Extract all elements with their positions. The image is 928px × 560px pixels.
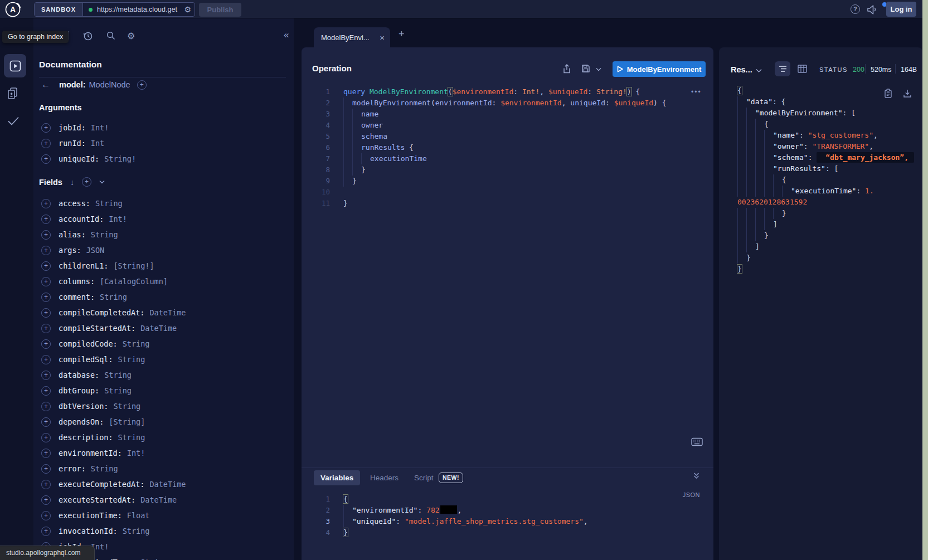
add-field-plus-icon[interactable]: + [41, 402, 51, 411]
field-name[interactable]: childrenL1 [59, 261, 108, 270]
response-json-viewer[interactable]: {"data": {"modelByEnvironment": [{"name"… [719, 85, 922, 275]
tab-script[interactable]: Script [414, 470, 434, 485]
publish-button[interactable]: Publish [199, 3, 241, 17]
operation-tab[interactable]: ModelByEnvi... × [314, 27, 390, 47]
field-row[interactable]: + dbtGroup String [33, 383, 294, 398]
field-row[interactable]: + description String [33, 430, 294, 445]
field-type[interactable]: String [104, 371, 132, 379]
add-all-fields-plus-icon[interactable]: + [82, 177, 91, 187]
field-type[interactable]: String [113, 402, 140, 411]
help-icon[interactable]: ? [851, 4, 860, 14]
add-field-plus-icon[interactable]: + [41, 417, 51, 427]
field-name[interactable]: alias [59, 230, 86, 239]
field-name[interactable]: accountId [59, 215, 104, 223]
add-field-plus-icon[interactable]: + [41, 199, 51, 208]
field-name[interactable]: compiledSql [59, 355, 113, 364]
variables-json-editor[interactable]: 1{2"environmentId": 782,3"uniqueId": "mo… [302, 494, 711, 538]
tab-headers[interactable]: Headers [370, 470, 399, 485]
argument-row[interactable]: + runId Int [33, 135, 294, 151]
field-name[interactable]: executeCompletedAt [59, 480, 144, 489]
argument-row[interactable]: + jobId Int! [33, 120, 294, 135]
field-row[interactable]: + compiledCode String [33, 336, 294, 352]
tab-variables[interactable]: Variables [314, 470, 360, 485]
graphql-query-editor[interactable]: 1query ModelByEnvironment($environmentId… [302, 86, 711, 209]
field-type[interactable]: String [100, 293, 127, 301]
close-tab-icon[interactable]: × [380, 33, 385, 42]
login-button[interactable]: Log in [886, 2, 916, 17]
field-name[interactable]: executionTime [59, 511, 122, 520]
endpoint-settings-gear-icon[interactable]: ⚙ [184, 6, 191, 13]
field-row[interactable]: + comment String [33, 289, 294, 305]
announcements-megaphone-icon[interactable] [866, 4, 878, 15]
field-type[interactable]: String [91, 230, 118, 239]
endpoint-box[interactable]: SANDBOX https://metadata.cloud.get ⚙ [34, 2, 195, 17]
field-row[interactable]: + dbtVersion String [33, 398, 294, 414]
field-type[interactable]: String [118, 355, 145, 364]
field-row[interactable]: + database String [33, 367, 294, 383]
endpoint-url[interactable]: https://metadata.cloud.get [97, 6, 183, 13]
field-type[interactable]: String [123, 339, 150, 348]
field-name[interactable]: dbtGroup [59, 386, 99, 395]
field-type[interactable]: Int! [127, 449, 145, 457]
field-row[interactable]: + args JSON [33, 242, 294, 258]
field-name[interactable]: invocationId [59, 527, 118, 535]
field-type[interactable]: DateTime [149, 308, 186, 317]
response-chevron-down-icon[interactable] [756, 69, 762, 73]
field-type[interactable]: String [95, 199, 123, 208]
response-panel-title[interactable]: Res... [731, 65, 752, 74]
argument-type[interactable]: String! [104, 154, 136, 163]
add-field-plus-icon[interactable]: + [41, 355, 51, 364]
add-field-plus-icon[interactable]: + [41, 464, 51, 474]
add-type-plus-icon[interactable]: + [137, 80, 147, 90]
field-row[interactable]: + executeCompletedAt DateTime [33, 476, 294, 492]
add-field-plus-icon[interactable]: + [41, 123, 51, 133]
argument-type[interactable]: Int [91, 139, 104, 148]
field-type[interactable]: Int! [109, 215, 127, 223]
keyboard-shortcuts-icon[interactable] [691, 437, 703, 446]
field-row[interactable]: + executionTime Float [33, 508, 294, 523]
add-field-plus-icon[interactable]: + [41, 293, 51, 302]
add-field-plus-icon[interactable]: + [41, 527, 51, 536]
collapse-variables-double-chevron-icon[interactable] [693, 472, 700, 479]
field-name[interactable]: args [59, 246, 81, 255]
field-type[interactable]: DateTime [140, 324, 177, 333]
field-type[interactable]: Float [127, 511, 150, 520]
add-field-plus-icon[interactable]: + [41, 495, 51, 505]
field-type[interactable]: [String!] [113, 261, 154, 270]
add-field-plus-icon[interactable]: + [41, 480, 51, 489]
back-arrow-icon[interactable]: ← [41, 80, 55, 90]
field-row[interactable]: + columns [CatalogColumn] [33, 274, 294, 289]
field-row[interactable]: + environmentId Int! [33, 445, 294, 461]
field-name[interactable]: executeStartedAt [59, 495, 135, 504]
field-row[interactable]: + compileCompletedAt DateTime [33, 305, 294, 320]
add-field-plus-icon[interactable]: + [41, 230, 51, 240]
field-type[interactable]: DateTime [149, 480, 186, 489]
add-field-plus-icon[interactable]: + [41, 277, 51, 286]
field-name[interactable]: compileStartedAt [59, 324, 135, 333]
field-type[interactable]: String [118, 433, 145, 442]
schema-diff-nav-item[interactable] [7, 87, 19, 100]
field-row[interactable]: + compileStartedAt DateTime [33, 320, 294, 336]
field-type[interactable]: String [91, 464, 118, 473]
share-icon[interactable] [562, 64, 571, 74]
save-chevron-down-icon[interactable] [596, 67, 601, 71]
field-name[interactable]: comment [59, 293, 95, 301]
add-field-plus-icon[interactable]: + [41, 215, 51, 224]
collapse-panel-icon[interactable]: « [284, 30, 289, 41]
field-type[interactable]: String [104, 386, 132, 395]
sort-down-arrow-icon[interactable]: ↓ [70, 178, 74, 187]
add-field-plus-icon[interactable]: + [41, 246, 51, 255]
field-name[interactable]: dbtVersion [59, 402, 108, 411]
field-name[interactable]: description [59, 433, 113, 442]
settings-gear-icon[interactable]: ⚙ [127, 31, 135, 41]
new-tab-plus-icon[interactable]: + [399, 28, 405, 40]
field-row[interactable]: + accountId Int! [33, 211, 294, 227]
argument-type[interactable]: Int! [91, 123, 109, 132]
field-row[interactable]: + childrenL1 [String!] [33, 258, 294, 274]
field-row[interactable]: + dependsOn [String] [33, 414, 294, 430]
add-field-plus-icon[interactable]: + [41, 324, 51, 333]
field-type[interactable]: [CatalogColumn] [100, 277, 168, 286]
field-name[interactable]: database [59, 371, 99, 379]
chevron-down-icon[interactable] [99, 180, 105, 184]
argument-name[interactable]: uniqueId [59, 154, 99, 163]
